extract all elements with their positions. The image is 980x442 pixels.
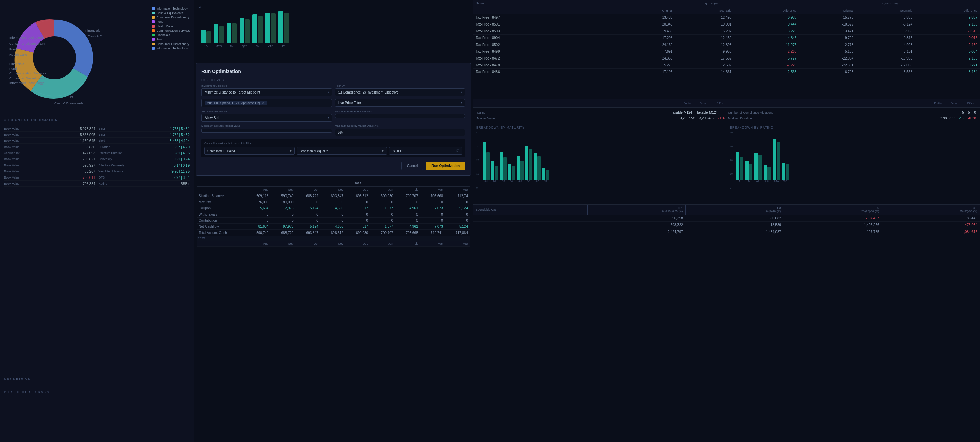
pie-legend: Information Technology Cash & Equivalent… (152, 7, 190, 50)
bb-group-na: NA (542, 168, 549, 182)
col-name: Name (473, 0, 622, 7)
cashflow-col-nov: Nov (321, 187, 345, 193)
portfolio-compare-section: Portfo... Scena... Differ... Portfo... S… (473, 98, 980, 108)
svg-text:Fund: Fund (9, 67, 17, 70)
investment-objective-field: Investment Objective Minimize Distance t… (202, 84, 332, 96)
spendable-section: Spendable Cash 0-1 0-(0.13)-0.25 (%) 1-3… (473, 205, 980, 442)
checkbox-icon: ☑ (456, 149, 460, 153)
cashflow-section: 2024 Aug Sep Oct Nov Dec Jan Feb Mar Apr (194, 177, 473, 442)
legend-dot (152, 29, 155, 32)
legend-item: Health Care (152, 24, 190, 28)
bar-label-1m: 1M (230, 44, 234, 48)
accounting-row: OTS 2.97 | 3.61 (99, 175, 190, 181)
legend-label: Consumer Discretionary (156, 42, 189, 46)
breakdowns-section: BREAKDOWN BY MATURITY 40 30 20 10 0 0 (473, 123, 980, 205)
legend-label: Communication Services (156, 29, 190, 32)
price-filter-select[interactable]: Live Price Filter ▾ (335, 99, 466, 107)
svg-text:Financials: Financials (9, 62, 24, 66)
bb-group-aaplus: AA+ (764, 165, 771, 182)
legend-item: Fund (152, 20, 190, 24)
spendable-col-3: 3-5 20-(25)-30 (%) (784, 205, 882, 215)
max-securities-field: Maximum number of securities (335, 110, 466, 122)
pie-chart-svg: Financials Cash & Equivalents Informatio… (7, 10, 102, 105)
chart-section: 2 1D MTD 1M (194, 0, 473, 61)
svg-text:Information Technology: Information Technology (9, 81, 43, 85)
bb-group-23: 2-3 (500, 152, 507, 182)
col-spacer2 (728, 101, 851, 105)
accounting-row: Book Value 15,973,324 (4, 126, 95, 131)
max-securities-label: Maximum number of securities (335, 110, 466, 113)
table-row: Tax-Free - 8501 20.345 19.901 0.444 -10.… (473, 21, 980, 28)
compliance-orig: 5 (962, 111, 964, 114)
bb-bar-a-v2 (740, 157, 743, 179)
right-panel: Name 1-2(1)-15 (%) 5-(25)-41 (%) Origina… (473, 0, 980, 442)
legend-label: Financials (156, 33, 170, 37)
accounting-row: Book Value 3,830 (4, 144, 95, 150)
dropdown-arrow-icon-2: ▾ (461, 91, 462, 94)
bar-mtd-v2 (219, 26, 224, 43)
filter-condition-select[interactable]: Less than or equal to ▾ (297, 147, 387, 155)
form-row-market: Maximum Security Market Value Maximum Se… (202, 124, 465, 136)
svg-text:Financials: Financials (86, 29, 100, 32)
legend-item: Fund (152, 38, 190, 41)
bb-group-aminus: A- (745, 161, 752, 182)
filter-section: Only sell securities that match this fil… (202, 139, 465, 157)
bb-group-67: 6-7 (533, 153, 541, 182)
data-table-section: Name 1-2(1)-15 (%) 5-(25)-41 (%) Origina… (473, 0, 980, 98)
accounting-row: Book Value 708,334 (4, 181, 95, 187)
max-market-value-input[interactable] (202, 128, 332, 133)
accounting-title: ACCOUNTING INFORMATION (4, 118, 189, 124)
max-securities-input[interactable] (335, 114, 466, 118)
bar-3m-v2 (258, 16, 263, 43)
portfolio-left: Name Taxable-M124 Taxable-M124 — Market … (477, 111, 725, 120)
legend-item: Cash & Equivalents (152, 11, 190, 14)
remove-tag-icon[interactable]: ✕ (262, 101, 265, 105)
bb-group-01: 0-1 (482, 142, 490, 182)
bb-bar-aa-v1 (754, 153, 758, 179)
filter-row: Unrealized LT Gain/L... ▾ Less than or e… (204, 147, 463, 155)
sell-securities-input[interactable]: Muni IDC Spread, TEY+, Approved Obj. ✕ (202, 99, 332, 107)
cashflow-year-2024: 2024 (246, 180, 470, 187)
form-row-policy: Muni IDC Spread, TEY+, Approved Obj. ✕ L… (202, 99, 465, 107)
compliance-scen: 5 (968, 111, 970, 114)
bar-label-3m: 3M (256, 44, 259, 48)
bb-bar-bbbplus-v2 (786, 164, 789, 179)
legend-dot (152, 34, 155, 36)
max-market-value-pct-input[interactable]: 5% (335, 128, 466, 136)
breakdown-maturity-chart: 40 30 20 10 0 0-1 (476, 131, 723, 196)
mod-dur-diff2: -0.28 (968, 116, 976, 120)
cashflow-row-total: Total Accum. Cash 590,749 688,722 693,84… (197, 230, 470, 236)
bar-1d-v2 (206, 31, 211, 43)
run-optimization-button[interactable]: Run Optimization (426, 162, 465, 170)
mv-orig: 3,296,558 (680, 116, 695, 120)
bb-bar-aaplus-v2 (767, 167, 771, 179)
spendable-col-1: 0-1 0-(0.13)-0.25 (%) (587, 205, 685, 215)
cashflow-row-coupon: Coupon 5,634 7,973 5,124 4,666 517 1,677… (197, 205, 470, 211)
filter-field-select[interactable]: Unrealized LT Gain/L... ▾ (204, 147, 295, 155)
bar-1m-v2 (232, 24, 237, 43)
bar-label-ytd: YTD (268, 44, 273, 48)
col-group-right: 5-(25)-41 (%) (799, 0, 980, 7)
bar-ytd-v1 (266, 13, 270, 43)
bb-group-34: 3-4 (508, 164, 515, 182)
bar-group-1d: 1D (201, 30, 211, 48)
bar-3m-v1 (253, 14, 257, 43)
filter-value-input[interactable]: -$5,000 ☑ (389, 147, 463, 155)
investment-objective-select[interactable]: Minimize Distance to Target Midpoint ▾ (202, 89, 332, 96)
table-row: Tax-Free - 8502 24.169 12.893 11.276 2.7… (473, 41, 980, 48)
cancel-button[interactable]: Cancel (401, 162, 423, 170)
spendable-col-0: Spendable Cash (473, 205, 587, 215)
cashflow-col-headers-2025: Aug Sep Oct Nov Dec Jan Feb Mar Apr (197, 241, 470, 247)
col-group-left: 1-2(1)-15 (%) (622, 0, 799, 7)
bb-bar-34-v1 (508, 164, 511, 179)
accounting-row: Book Value 11,150,645 (4, 138, 95, 144)
sell-policy-select[interactable]: Allow Sell ▾ (202, 114, 332, 122)
col-difference-1: Difference (734, 7, 799, 14)
filter-by-select[interactable]: (1) Compliance (2) Investment Objective … (335, 89, 466, 96)
svg-text:Information Technology: Information Technology (9, 36, 43, 40)
bb-bar-12-v2 (495, 166, 498, 179)
bb-bar-23-v1 (500, 152, 503, 179)
bb-group-12: 1-2 (491, 161, 498, 182)
col-scenario-1: Scenario (675, 7, 734, 14)
col-original-1: Original (622, 7, 675, 14)
